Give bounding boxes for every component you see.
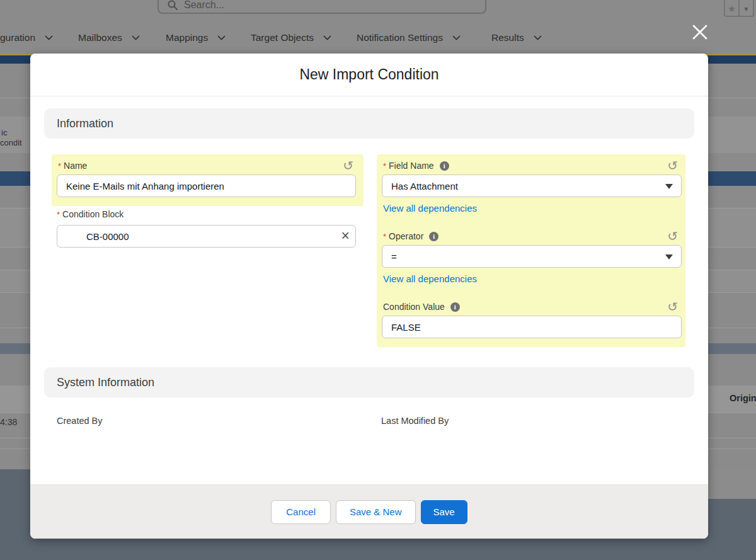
bg-partial-text: ic	[1, 128, 7, 137]
field-name-dependencies-link[interactable]: View all dependencies	[383, 203, 477, 214]
chevron-down-icon	[534, 35, 542, 40]
modal-footer: Cancel Save & New Save	[30, 484, 708, 539]
tab-label: guration	[0, 32, 35, 43]
new-import-condition-modal: New Import Condition Information * Name …	[30, 54, 708, 539]
tab-mappings[interactable]: Mappings	[166, 22, 226, 54]
condition-block-label: Condition Block	[62, 209, 123, 219]
caret-down-icon	[665, 184, 673, 189]
info-icon[interactable]: i	[450, 302, 460, 312]
search-placeholder: Search...	[184, 0, 224, 11]
operator-label: Operator	[389, 231, 423, 241]
tab-label: Notification Settings	[357, 32, 443, 43]
chevron-down-icon	[45, 35, 53, 40]
favorite-dropdown-button[interactable]: ▼	[738, 0, 754, 17]
bg-right-gray-patch	[708, 469, 756, 499]
chevron-down-icon	[452, 35, 461, 40]
field-name-value: Has Attachment	[391, 181, 458, 191]
operator-select[interactable]: =	[382, 245, 682, 268]
bg-column-header-original: Origina	[730, 393, 756, 403]
global-search-box[interactable]: Search...	[158, 0, 486, 14]
undo-icon[interactable]: ↺	[667, 160, 678, 171]
tab-notification-settings[interactable]: Notification Settings	[357, 22, 461, 54]
chevron-down-icon	[217, 35, 226, 40]
condition-fields-highlight: * Field Name i ↺ Has Attachment View all…	[377, 154, 685, 347]
tab-mailboxes[interactable]: Mailboxes	[78, 22, 140, 54]
section-header-system-information: System Information	[44, 367, 694, 397]
section-header-information: Information	[44, 108, 694, 139]
bg-timestamp-partial: 4:38	[0, 417, 17, 427]
required-asterisk: *	[383, 161, 386, 171]
star-icon: ★	[728, 4, 736, 13]
required-asterisk: *	[58, 161, 61, 171]
info-icon[interactable]: i	[429, 232, 438, 241]
modal-close-button[interactable]	[690, 23, 709, 42]
cancel-button[interactable]: Cancel	[271, 500, 331, 524]
search-icon	[168, 0, 178, 10]
modal-header: New Import Condition	[30, 54, 708, 96]
save-button[interactable]: Save	[421, 500, 467, 524]
section-title: Information	[57, 117, 113, 130]
condition-block-input[interactable]	[57, 225, 356, 248]
operator-value: =	[391, 251, 397, 262]
chevron-down-icon	[323, 35, 331, 40]
name-field-label: Name	[64, 161, 87, 171]
caret-down-icon	[665, 254, 673, 260]
tab-label: Target Objects	[251, 32, 314, 43]
condition-value-input[interactable]	[382, 316, 682, 338]
favorite-star-button[interactable]: ★	[724, 0, 740, 17]
undo-icon[interactable]: ↺	[343, 160, 353, 171]
field-name-label: Field Name	[389, 161, 434, 171]
chevron-down-icon	[132, 35, 140, 40]
close-icon	[690, 23, 709, 42]
tab-label: Results	[491, 32, 524, 43]
name-field-highlight: * Name ↺	[52, 154, 364, 206]
caret-down-icon: ▼	[743, 6, 750, 13]
created-by-label: Created By	[57, 416, 103, 426]
undo-icon[interactable]: ↺	[667, 301, 678, 312]
modal-title: New Import Condition	[299, 66, 438, 83]
tab-label: Mappings	[166, 32, 208, 43]
clear-icon[interactable]: ×	[341, 227, 350, 244]
tab-results[interactable]: Results	[491, 22, 542, 54]
app-nav-bar: guration Mailboxes Mappings Target Objec…	[0, 22, 756, 54]
field-name-select[interactable]: Has Attachment	[382, 174, 682, 197]
required-asterisk: *	[57, 210, 60, 219]
info-icon[interactable]: i	[440, 161, 449, 171]
name-input[interactable]	[57, 174, 356, 197]
tab-label: Mailboxes	[78, 32, 122, 43]
condition-block-field-group: * Condition Block ×	[57, 206, 356, 278]
condition-value-label: Condition Value	[383, 302, 445, 312]
save-and-new-button[interactable]: Save & New	[336, 500, 416, 524]
operator-dependencies-link[interactable]: View all dependencies	[383, 273, 477, 284]
bg-partial-text: condit	[0, 138, 22, 147]
required-asterisk: *	[383, 232, 386, 241]
tab-target-objects[interactable]: Target Objects	[251, 22, 331, 54]
tab-configuration[interactable]: guration	[0, 22, 53, 54]
section-title: System Information	[57, 376, 154, 389]
undo-icon[interactable]: ↺	[667, 231, 678, 242]
last-modified-by-label: Last Modified By	[381, 416, 449, 426]
